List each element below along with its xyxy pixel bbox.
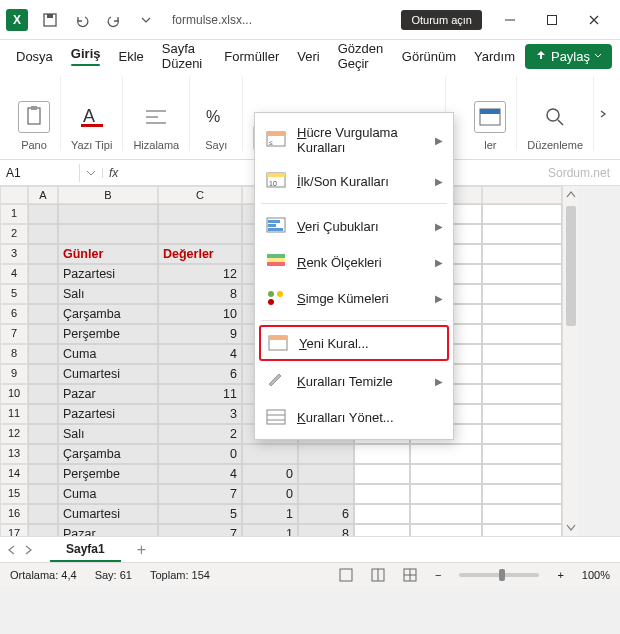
cell[interactable] — [28, 424, 58, 444]
cell[interactable] — [482, 344, 562, 364]
zoom-out-button[interactable]: − — [435, 569, 441, 581]
cell[interactable] — [28, 224, 58, 244]
cell[interactable] — [298, 464, 354, 484]
cell[interactable] — [158, 204, 242, 224]
cell[interactable] — [410, 524, 482, 536]
cells-button[interactable] — [474, 101, 506, 133]
cell[interactable] — [482, 464, 562, 484]
cell[interactable] — [28, 204, 58, 224]
cell[interactable]: 9 — [158, 324, 242, 344]
column-header[interactable]: C — [158, 186, 242, 204]
cell[interactable] — [298, 444, 354, 464]
row-header[interactable]: 6 — [0, 304, 28, 324]
cell[interactable] — [482, 204, 562, 224]
cell[interactable] — [28, 284, 58, 304]
cell[interactable] — [354, 444, 410, 464]
cell[interactable]: Perşembe — [58, 464, 158, 484]
cell[interactable]: 12 — [158, 264, 242, 284]
row-header[interactable]: 9 — [0, 364, 28, 384]
tab-layout[interactable]: Sayfa Düzeni — [154, 36, 215, 76]
column-header[interactable]: B — [58, 186, 158, 204]
namebox-dropdown-icon[interactable] — [86, 168, 96, 178]
cell[interactable] — [482, 384, 562, 404]
vertical-scrollbar[interactable] — [562, 186, 578, 536]
ribbon-collapse-button[interactable] — [594, 76, 612, 151]
tab-review[interactable]: Gözden Geçir — [330, 36, 392, 76]
tab-help[interactable]: Yardım — [466, 44, 523, 69]
cell[interactable] — [28, 524, 58, 536]
row-header[interactable]: 5 — [0, 284, 28, 304]
zoom-in-button[interactable]: + — [557, 569, 563, 581]
cell[interactable] — [28, 504, 58, 524]
cell[interactable] — [28, 244, 58, 264]
cell[interactable] — [482, 444, 562, 464]
sheet-prev-icon[interactable] — [6, 544, 18, 556]
row-header[interactable]: 7 — [0, 324, 28, 344]
cell[interactable]: Cumartesi — [58, 364, 158, 384]
cell[interactable] — [410, 464, 482, 484]
tab-view[interactable]: Görünüm — [394, 44, 464, 69]
maximize-button[interactable] — [532, 6, 572, 34]
cell[interactable] — [482, 224, 562, 244]
cell[interactable] — [482, 524, 562, 536]
cell[interactable] — [482, 264, 562, 284]
cell[interactable]: 10 — [158, 304, 242, 324]
cell[interactable] — [158, 224, 242, 244]
name-box[interactable]: A1 — [0, 164, 80, 182]
cell[interactable] — [482, 504, 562, 524]
cell[interactable]: 11 — [158, 384, 242, 404]
cell[interactable] — [410, 444, 482, 464]
row-header[interactable]: 13 — [0, 444, 28, 464]
cell[interactable]: Pazar — [58, 384, 158, 404]
cell[interactable]: 0 — [158, 444, 242, 464]
signin-button[interactable]: Oturum açın — [401, 10, 482, 30]
menu-new-rule[interactable]: Yeni Kural... — [259, 325, 449, 361]
cell[interactable]: 6 — [158, 364, 242, 384]
minimize-button[interactable] — [490, 6, 530, 34]
cell[interactable]: 8 — [158, 284, 242, 304]
find-button[interactable] — [539, 101, 571, 133]
row-header[interactable]: 11 — [0, 404, 28, 424]
cell[interactable] — [58, 204, 158, 224]
cell[interactable]: Pazartesi — [58, 264, 158, 284]
cell[interactable] — [298, 484, 354, 504]
cell[interactable] — [482, 284, 562, 304]
row-header[interactable]: 14 — [0, 464, 28, 484]
tab-data[interactable]: Veri — [289, 44, 327, 69]
cell[interactable]: Cuma — [58, 344, 158, 364]
tab-insert[interactable]: Ekle — [110, 44, 151, 69]
undo-button[interactable] — [68, 6, 96, 34]
cell[interactable] — [28, 344, 58, 364]
tab-home[interactable]: Giriş — [63, 41, 109, 71]
cell[interactable] — [28, 324, 58, 344]
close-button[interactable] — [574, 6, 614, 34]
cell[interactable] — [482, 364, 562, 384]
cell[interactable]: 4 — [158, 464, 242, 484]
cell[interactable]: 5 — [158, 504, 242, 524]
row-header[interactable]: 16 — [0, 504, 28, 524]
cell[interactable]: Pazartesi — [58, 404, 158, 424]
cell[interactable] — [28, 264, 58, 284]
cell[interactable]: 2 — [158, 424, 242, 444]
font-button[interactable]: A — [76, 101, 108, 133]
row-header[interactable]: 17 — [0, 524, 28, 536]
row-header[interactable]: 15 — [0, 484, 28, 504]
cell[interactable] — [354, 504, 410, 524]
add-sheet-button[interactable]: + — [129, 541, 154, 559]
cell[interactable] — [410, 484, 482, 504]
select-all-corner[interactable] — [0, 186, 28, 204]
view-pagebreak-icon[interactable] — [403, 568, 417, 582]
menu-icon-sets[interactable]: Simge Kümeleri ▶ — [255, 280, 453, 316]
cell[interactable] — [242, 444, 298, 464]
menu-manage-rules[interactable]: Kuralları Yönet... — [255, 399, 453, 435]
row-header[interactable]: 8 — [0, 344, 28, 364]
cell[interactable] — [354, 484, 410, 504]
cell[interactable] — [482, 244, 562, 264]
cell[interactable] — [410, 504, 482, 524]
cell[interactable] — [482, 304, 562, 324]
cell[interactable] — [28, 364, 58, 384]
row-header[interactable]: 2 — [0, 224, 28, 244]
number-format-button[interactable]: % — [200, 101, 232, 133]
cell[interactable] — [482, 424, 562, 444]
view-pagelayout-icon[interactable] — [371, 568, 385, 582]
